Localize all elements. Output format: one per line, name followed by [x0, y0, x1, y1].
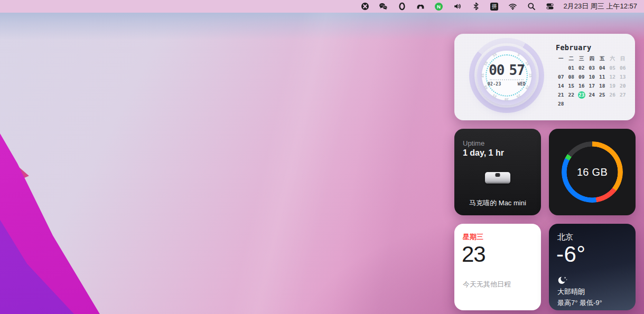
mini-calendar-day[interactable]: 26 — [610, 92, 615, 98]
volume-icon[interactable] — [453, 2, 462, 11]
clock-minutes: 57 — [509, 63, 525, 77]
mini-calendar-day[interactable]: 15 — [568, 83, 574, 89]
mini-calendar-day[interactable]: 22 — [568, 92, 574, 98]
mini-calendar-day[interactable]: 05 — [610, 65, 615, 71]
mini-calendar-day[interactable]: 28 — [558, 101, 564, 107]
calendar-widget[interactable]: 星期三 23 今天无其他日程 — [454, 224, 541, 310]
mini-calendar-day[interactable]: 18 — [599, 83, 605, 89]
mini-calendar-day[interactable]: 07 — [558, 74, 564, 80]
clock-date-label: 02-23 — [488, 82, 501, 87]
bluetooth-icon[interactable] — [471, 2, 481, 11]
menu-bar: N 拼 — [0, 0, 644, 13]
mini-calendar-day[interactable]: 24 — [589, 92, 595, 98]
mini-calendar: February 一二三四五六日010203040506070809101112… — [556, 43, 631, 108]
mini-calendar-weekday-header: 六 — [610, 55, 615, 62]
digital-time-block: 00 57 02-23 WED — [488, 63, 526, 87]
calendar-day-number: 23 — [462, 242, 541, 267]
mini-calendar-day[interactable]: 27 — [620, 92, 626, 98]
mini-calendar-weekday-header: 四 — [590, 55, 595, 62]
moon-stars-icon — [557, 276, 568, 286]
clock-weekday-label: WED — [518, 82, 526, 87]
pinyin-input-icon[interactable]: 拼 — [490, 2, 499, 11]
calendar-note: 今天无其他日程 — [463, 280, 541, 289]
device-name: 马克喵的 Mac mini — [454, 198, 541, 208]
clock-dotted-separator — [490, 79, 524, 80]
memory-widget[interactable]: 16 GB — [549, 129, 636, 215]
wechat-icon[interactable] — [379, 2, 388, 11]
macos-desktop: N 拼 — [0, 0, 644, 314]
mini-calendar-day[interactable]: 03 — [589, 65, 595, 71]
weather-high-low: 最高7° 最低-9° — [557, 298, 636, 308]
clock-hours: 00 — [489, 63, 504, 77]
mini-calendar-day[interactable]: 17 — [589, 83, 595, 89]
mini-calendar-day[interactable]: 19 — [610, 83, 615, 89]
dial-minute-mark: 30 — [505, 97, 509, 101]
mini-calendar-day[interactable]: 01 — [568, 65, 574, 71]
weather-city: 北京 — [557, 232, 636, 242]
mini-calendar-day[interactable]: 06 — [620, 65, 626, 71]
mini-calendar-weekday-header: 五 — [600, 55, 605, 62]
mini-calendar-day[interactable]: 14 — [558, 83, 564, 89]
uptime-title: Uptime — [463, 139, 541, 147]
mini-calendar-day[interactable]: 16 — [578, 83, 584, 89]
dial-minute-mark: 35 — [492, 93, 498, 99]
mini-calendar-day[interactable]: 25 — [599, 92, 605, 98]
shutter-app-icon[interactable] — [360, 2, 370, 11]
wifi-icon[interactable] — [508, 2, 518, 11]
green-n-app-icon[interactable]: N — [434, 2, 444, 11]
oval-app-icon[interactable] — [397, 2, 407, 11]
mini-calendar-month-title: February — [556, 43, 631, 52]
mini-calendar-weekday-header: 一 — [558, 55, 564, 62]
memory-total-label: 16 GB — [549, 129, 636, 215]
mini-calendar-day[interactable]: 10 — [589, 74, 595, 80]
spotlight-search-icon[interactable] — [527, 2, 536, 11]
mini-calendar-day[interactable]: 11 — [599, 74, 605, 80]
dial-minute-mark: 5 — [517, 53, 520, 58]
weather-widget[interactable]: 北京 -6° 大部晴朗 最高7° 最低-9° — [549, 224, 636, 310]
dial-minute-mark: 45 — [481, 73, 485, 78]
mini-calendar-day[interactable]: 09 — [578, 74, 584, 80]
calendar-weekday-label: 星期三 — [463, 232, 541, 242]
clock-calendar-widget[interactable]: 510152025303540455055 00 57 02-23 WED Fe… — [454, 34, 635, 120]
mini-calendar-weekday-header: 二 — [569, 55, 574, 62]
mini-calendar-day[interactable]: 13 — [620, 74, 626, 80]
mini-calendar-weekday-header: 三 — [579, 55, 584, 62]
mini-calendar-grid: 一二三四五六日010203040506070809101112131415161… — [556, 54, 631, 108]
mini-calendar-weekday-header: 日 — [620, 55, 626, 62]
dial-minute-mark: 25 — [516, 93, 521, 99]
mini-calendar-day[interactable]: 02 — [578, 65, 584, 71]
weather-temperature: -6° — [556, 242, 636, 267]
uptime-value: 1 day, 1 hr — [463, 148, 541, 158]
mini-calendar-day[interactable]: 04 — [599, 65, 605, 71]
control-center-icon[interactable] — [545, 2, 555, 11]
weather-condition: 大部晴朗 — [557, 287, 636, 297]
cloud-app-icon[interactable] — [416, 2, 425, 11]
mini-calendar-day[interactable]: 23 — [578, 91, 585, 99]
pinyin-label: 拼 — [492, 3, 497, 10]
analog-clock-face: 510152025303540455055 00 57 02-23 WED — [469, 38, 544, 113]
menu-bar-status-area: N 拼 — [360, 0, 644, 13]
mini-calendar-day[interactable]: 20 — [620, 83, 626, 89]
green-n-letter: N — [437, 4, 441, 9]
mini-calendar-day[interactable]: 08 — [568, 74, 574, 80]
mini-calendar-day[interactable]: 12 — [610, 74, 615, 80]
uptime-widget[interactable]: Uptime 1 day, 1 hr 马克喵的 Mac mini — [454, 129, 541, 215]
dial-minute-mark: 15 — [528, 73, 533, 78]
mac-mini-image — [485, 172, 510, 184]
menubar-datetime[interactable]: 2月23日 周三 上午12:57 — [564, 2, 637, 11]
mini-calendar-day[interactable]: 21 — [558, 92, 564, 98]
dial-minute-mark: 55 — [492, 52, 498, 58]
